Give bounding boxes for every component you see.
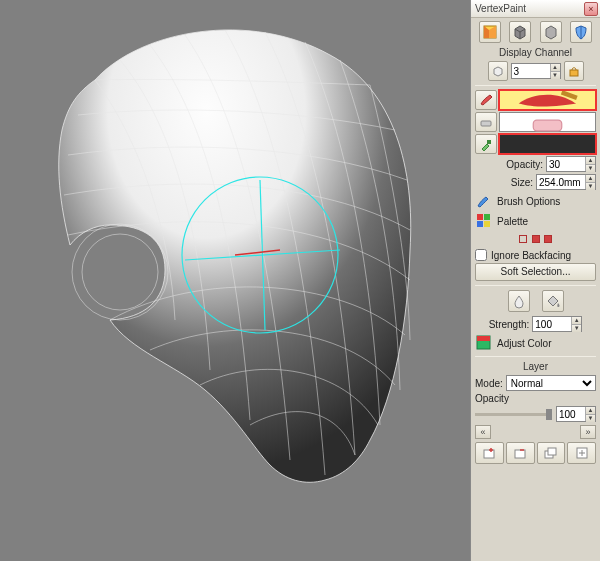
- svg-rect-12: [477, 214, 483, 220]
- soft-selection-button[interactable]: Soft Selection...: [475, 263, 596, 281]
- mode-label: Mode:: [475, 378, 503, 389]
- brush-options-label[interactable]: Brush Options: [497, 196, 560, 207]
- svg-rect-7: [570, 70, 578, 76]
- current-color-swatch[interactable]: [499, 134, 596, 154]
- merge-layer-icon[interactable]: [567, 442, 596, 464]
- channel-input[interactable]: [512, 64, 550, 78]
- duplicate-layer-icon[interactable]: [537, 442, 566, 464]
- layer-opacity-label: Opacity: [475, 393, 509, 404]
- new-layer-icon[interactable]: [475, 442, 504, 464]
- layer-opacity-input[interactable]: [557, 407, 585, 421]
- layer-label: Layer: [475, 361, 596, 372]
- helmet-mesh: [59, 30, 411, 482]
- svg-rect-21: [548, 448, 556, 455]
- opacity-label: Opacity:: [506, 159, 543, 170]
- erase-swatch[interactable]: [499, 112, 596, 132]
- shield-icon[interactable]: [570, 21, 592, 43]
- svg-rect-13: [484, 214, 490, 220]
- mode-toolbar: [475, 21, 596, 43]
- shaded-cube-icon[interactable]: [479, 21, 501, 43]
- palette-icon: [475, 212, 493, 230]
- blur-drop-icon[interactable]: [508, 290, 530, 312]
- palette-label[interactable]: Palette: [497, 216, 528, 227]
- svg-rect-19: [515, 450, 525, 458]
- object-icon[interactable]: [488, 61, 508, 81]
- dot-fill-2: [544, 235, 552, 243]
- opacity-spinner[interactable]: ▲▼: [546, 156, 596, 172]
- solid-cube-icon[interactable]: [509, 21, 531, 43]
- svg-rect-9: [481, 121, 491, 126]
- vertex-paint-panel: VertexPaint × Display Channel ▲▼: [470, 0, 600, 561]
- svg-rect-10: [533, 120, 562, 131]
- close-button[interactable]: ×: [584, 2, 598, 16]
- opacity-slider[interactable]: [475, 413, 552, 416]
- paint-tool-icon[interactable]: [475, 90, 497, 110]
- panel-titlebar[interactable]: VertexPaint ×: [471, 0, 600, 18]
- delete-layer-icon[interactable]: [506, 442, 535, 464]
- ignore-backfacing-label: Ignore Backfacing: [491, 250, 571, 261]
- ignore-backfacing-checkbox[interactable]: [475, 249, 487, 261]
- svg-rect-17: [477, 336, 490, 341]
- viewport[interactable]: [0, 0, 470, 561]
- svg-point-1: [82, 234, 158, 310]
- eyedropper-icon[interactable]: [475, 134, 497, 154]
- erase-tool-icon[interactable]: [475, 112, 497, 132]
- adjust-swatch-icon: [475, 334, 493, 352]
- mode-select[interactable]: Normal: [506, 375, 596, 391]
- size-input[interactable]: [537, 175, 585, 189]
- strength-input[interactable]: [533, 317, 571, 331]
- opacity-input[interactable]: [547, 157, 585, 171]
- strength-label: Strength:: [489, 319, 530, 330]
- bucket-fill-icon[interactable]: [542, 290, 564, 312]
- dot-empty-1: [519, 235, 527, 243]
- channel-down[interactable]: ▼: [551, 72, 560, 79]
- channel-up[interactable]: ▲: [551, 64, 560, 72]
- layer-opacity-spinner[interactable]: ▲▼: [556, 406, 596, 422]
- dot-fill-1: [532, 235, 540, 243]
- brush-icon: [475, 192, 493, 210]
- paint-swatch[interactable]: [499, 90, 596, 110]
- size-spinner[interactable]: ▲▼: [536, 174, 596, 190]
- display-channel-label: Display Channel: [475, 47, 596, 58]
- svg-rect-14: [477, 221, 483, 227]
- panel-title: VertexPaint: [475, 3, 526, 14]
- adjust-color-label[interactable]: Adjust Color: [497, 338, 551, 349]
- svg-rect-18: [484, 450, 494, 458]
- svg-rect-15: [484, 221, 490, 227]
- svg-rect-11: [487, 140, 491, 144]
- lock-icon[interactable]: [564, 61, 584, 81]
- strength-spinner[interactable]: ▲▼: [532, 316, 582, 332]
- channel-spinner[interactable]: ▲▼: [511, 63, 561, 79]
- mirror-dots[interactable]: [475, 234, 596, 245]
- layer-next-button[interactable]: »: [580, 425, 596, 439]
- layer-prev-button[interactable]: «: [475, 425, 491, 439]
- solid-cube2-icon[interactable]: [540, 21, 562, 43]
- size-label: Size:: [511, 177, 533, 188]
